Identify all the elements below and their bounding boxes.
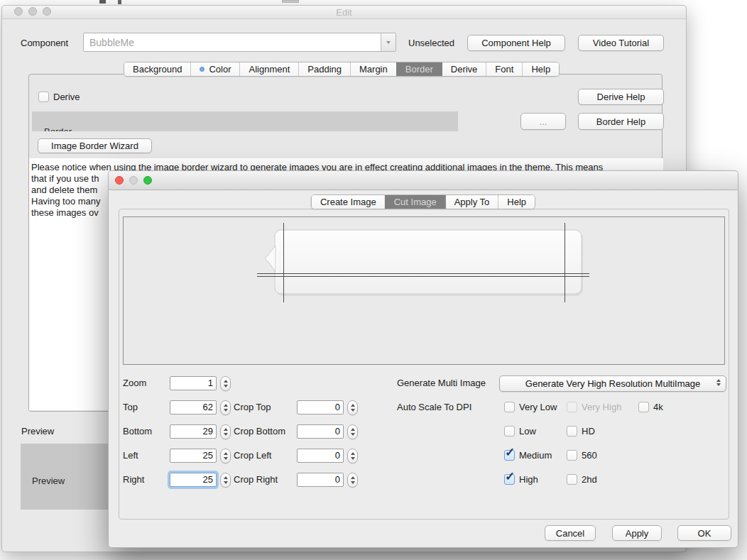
stepper-up-icon[interactable]	[224, 380, 228, 383]
top-stepper[interactable]	[220, 400, 231, 415]
checkbox-icon[interactable]	[638, 402, 649, 412]
border-type-clipped-text: Border	[44, 126, 72, 131]
stepper-up-icon[interactable]	[351, 452, 355, 455]
checkbox-icon[interactable]	[567, 426, 577, 437]
checkbox-4k[interactable]: 4k	[638, 401, 663, 412]
tab-derive[interactable]: Derive	[442, 62, 486, 76]
minimize-icon[interactable]	[129, 176, 138, 185]
tab-background[interactable]: Background	[124, 62, 190, 76]
tab-help[interactable]: Help	[498, 195, 535, 209]
right-row: Right 25 Crop Right 0	[123, 473, 368, 488]
generate-multi-image-select[interactable]: Generate Very High Resolution MultiImage	[499, 375, 726, 392]
stepper-up-icon[interactable]	[351, 404, 355, 407]
checkbox-very-low[interactable]: Very Low	[504, 401, 557, 412]
close-icon[interactable]	[115, 176, 124, 185]
crop-left-field[interactable]: 0	[297, 449, 344, 463]
crop-right-field[interactable]: 0	[297, 473, 344, 487]
right-stepper[interactable]	[220, 473, 231, 488]
stepper-down-icon[interactable]	[224, 433, 228, 436]
derive-checkbox[interactable]: Derive	[38, 91, 80, 102]
top-field[interactable]: 62	[170, 400, 217, 414]
crop-top-label: Crop Top	[234, 402, 271, 412]
background-window-fragment	[282, 0, 299, 3]
stepper-up-icon[interactable]	[351, 476, 355, 479]
cancel-button[interactable]: Cancel	[545, 525, 596, 541]
bottom-field[interactable]: 29	[170, 424, 217, 439]
checkbox-560[interactable]: 560	[567, 449, 597, 461]
derive-help-button[interactable]: Derive Help	[578, 89, 664, 105]
crop-right-label: Crop Right	[234, 474, 278, 485]
background-window-fragment	[118, 0, 121, 4]
checkbox-medium[interactable]: ✓ Medium	[504, 449, 552, 461]
bottom-stepper[interactable]	[220, 424, 231, 439]
stepper-down-icon[interactable]	[224, 457, 228, 460]
tab-font[interactable]: Font	[486, 62, 522, 76]
crop-top-field[interactable]: 0	[297, 400, 344, 414]
stepper-down-icon[interactable]	[224, 481, 228, 484]
tab-help[interactable]: Help	[522, 62, 559, 76]
border-help-button[interactable]: Border Help	[578, 113, 664, 130]
tab-create-image[interactable]: Create Image	[312, 195, 385, 209]
chevron-down-icon	[386, 41, 391, 44]
crop-bottom-field[interactable]: 0	[297, 424, 344, 439]
checkbox-2hd[interactable]: 2hd	[567, 473, 597, 485]
image-border-wizard-button[interactable]: Image Border Wizard	[38, 138, 152, 153]
checkbox-icon[interactable]	[504, 402, 515, 412]
unselected-status: Unselected	[408, 38, 454, 48]
tab-color[interactable]: Color	[190, 62, 239, 76]
right-field[interactable]: 25	[170, 473, 217, 487]
stepper-down-icon[interactable]	[351, 481, 355, 484]
stepper-up-icon[interactable]	[224, 404, 228, 407]
stepper-down-icon[interactable]	[224, 385, 228, 388]
video-tutorial-button[interactable]: Video Tutorial	[578, 35, 664, 51]
checkbox-icon[interactable]	[504, 426, 515, 437]
crop-top-stepper[interactable]	[347, 400, 358, 415]
tab-padding[interactable]: Padding	[298, 62, 350, 76]
checkbox-checked-icon[interactable]: ✓	[504, 474, 515, 485]
ok-button[interactable]: OK	[677, 525, 731, 541]
left-field[interactable]: 25	[170, 449, 217, 463]
zoom-field[interactable]: 1	[170, 376, 217, 390]
left-stepper[interactable]	[220, 449, 231, 463]
checkbox-icon	[567, 402, 577, 412]
component-help-button[interactable]: Component Help	[467, 35, 565, 51]
window-title: Edit	[2, 7, 686, 18]
checkbox-icon[interactable]	[38, 92, 49, 102]
component-label: Component	[21, 38, 68, 48]
crop-left-stepper[interactable]	[347, 449, 358, 463]
preview-label: Preview	[21, 426, 54, 437]
zoom-row: Zoom 1	[123, 376, 368, 392]
component-combobox[interactable]: BubbleMe	[83, 33, 396, 52]
crop-right-stepper[interactable]	[347, 473, 358, 488]
border-type-field[interactable]: Border	[32, 111, 458, 131]
wizard-tabstrip: Create Image Cut Image Apply To Help	[311, 194, 535, 209]
checkbox-checked-icon[interactable]: ✓	[504, 450, 515, 461]
browse-ellipsis-button[interactable]: ...	[520, 113, 566, 130]
stepper-down-icon[interactable]	[351, 433, 355, 436]
stepper-down-icon[interactable]	[351, 457, 355, 460]
checkbox-icon[interactable]	[567, 450, 577, 461]
zoom-stepper[interactable]	[220, 376, 231, 391]
stepper-up-icon[interactable]	[224, 452, 228, 455]
stepper-up-icon[interactable]	[351, 428, 355, 431]
checkbox-low[interactable]: Low	[504, 425, 536, 437]
apply-button[interactable]: Apply	[612, 525, 662, 541]
checkbox-hd[interactable]: HD	[567, 425, 595, 437]
stepper-down-icon[interactable]	[224, 409, 228, 412]
zoom-icon[interactable]	[143, 176, 152, 185]
stepper-down-icon[interactable]	[351, 409, 355, 412]
stepper-up-icon[interactable]	[224, 428, 228, 431]
combobox-dropdown-button[interactable]	[381, 33, 396, 51]
tab-cut-image[interactable]: Cut Image	[385, 195, 445, 209]
stepper-up-icon[interactable]	[224, 476, 228, 479]
checkbox-high[interactable]: ✓ High	[504, 473, 538, 485]
tab-apply-to[interactable]: Apply To	[445, 195, 498, 209]
tab-margin[interactable]: Margin	[350, 62, 396, 76]
edit-window-titlebar: Edit	[2, 6, 686, 19]
tab-alignment[interactable]: Alignment	[239, 62, 298, 76]
tab-border[interactable]: Border	[396, 62, 442, 76]
checkbox-icon[interactable]	[567, 474, 577, 485]
crop-bottom-stepper[interactable]	[347, 424, 358, 439]
checkmark-icon: ✓	[505, 446, 515, 459]
border-cut-preview	[124, 217, 726, 366]
